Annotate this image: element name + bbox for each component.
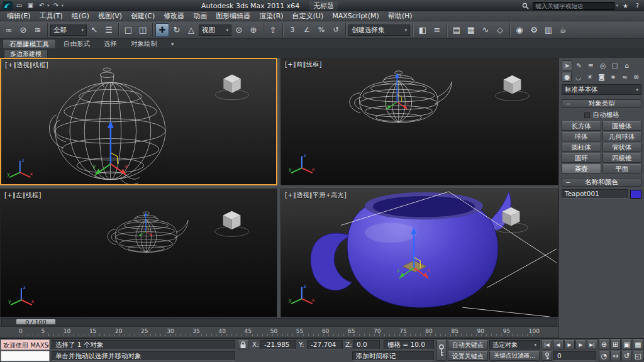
category-systems-icon[interactable]: ⊚ [631,72,641,82]
object-type-cylinder-button[interactable]: 圆柱体 [562,143,601,152]
ribbon-tab-freeform[interactable]: 自由形式 [57,39,96,48]
viewcube[interactable] [496,75,529,101]
object-type-teapot-button[interactable]: 茶壶 [562,164,601,173]
set-key-big-button[interactable] [436,340,447,361]
zoom-icon[interactable]: ⊕ [599,339,609,350]
viewport-bottom-right-perspective-shaded[interactable]: [+∥透视∥平滑+高光] [280,189,558,317]
menu-item[interactable]: 帮助(H) [384,11,417,21]
object-type-sphere-button[interactable]: 球体 [562,132,601,141]
rollout-object-type[interactable]: − 对象类型 [562,99,641,108]
teapot-shaded[interactable] [311,192,511,307]
key-selection-mode-dropdown[interactable]: 选定对象 ▾ [489,340,540,349]
menu-item[interactable]: 动画 [189,11,211,21]
object-color-swatch[interactable] [630,190,641,199]
graphite-ribbon-toggle-icon[interactable]: ▦ [464,23,478,37]
maxscript-mini-listener-pink[interactable]: 欢迎使用 MAXSc [1,339,50,350]
layer-manager-icon[interactable]: ▤ [450,23,464,37]
viewport-bottom-left-left[interactable]: [+∥左∥线框] [0,189,277,317]
ribbon-minimize-icon[interactable]: ▾ [171,39,174,48]
viewport-top-left-perspective[interactable]: [+∥透视∥线框] [0,58,277,185]
viewport-label[interactable]: [+∥透视∥线框] [5,61,48,70]
previous-frame-button[interactable]: ◀ [553,340,564,349]
maxscript-mini-listener-white[interactable] [1,351,50,361]
selection-lock-icon[interactable] [238,340,248,349]
category-helpers-icon[interactable]: ∗ [608,72,618,82]
menu-item[interactable]: 组(G) [67,11,94,21]
open-file-icon[interactable]: ▭ [14,1,24,10]
orbit-icon[interactable]: ↺ [621,351,632,361]
object-type-plane-button[interactable]: 平面 [602,164,642,173]
menu-item[interactable]: 渲染(R) [255,11,287,21]
track-bar[interactable]: 0510152025303540455055606570758085909510… [0,327,558,338]
tab-modify-icon[interactable]: ✎ [574,60,584,70]
set-key-button[interactable]: 设置关键点 [448,351,488,361]
menu-item[interactable]: 图形编辑器 [211,11,255,21]
object-name-field[interactable]: Teapot001 [562,189,628,199]
y-coord-field[interactable]: -27.704 [307,340,343,349]
material-editor-icon[interactable]: ◉ [513,23,526,37]
schematic-view-icon[interactable]: ◇ [493,23,507,37]
mirror-icon[interactable]: ◧ [416,23,430,37]
time-slider-handle[interactable]: 0 / 100 [16,319,56,325]
menu-item[interactable]: 视图(V) [94,11,126,21]
tab-utilities-icon[interactable]: ⌂ [621,60,632,70]
tab-create-icon[interactable]: ➤ [562,60,572,70]
undo-icon[interactable]: ↶ [37,1,47,10]
redo-caret-icon[interactable]: ▾ [62,3,64,8]
select-and-rotate-icon[interactable]: ↻ [170,23,184,37]
select-and-move-icon[interactable]: ✚ [155,23,169,37]
viewport-label[interactable]: [+∥前∥线框] [285,60,322,69]
infocenter-search-input[interactable] [533,2,614,10]
named-selection-set-dropdown[interactable]: 创建选择集 ▾ [348,25,410,36]
geometry-category-dropdown[interactable]: 标准基本体 ▾ [562,84,641,95]
ribbon-panel-polygon-modeling[interactable]: 多边形建模 [4,49,48,58]
menu-item[interactable]: MAXScript(M) [328,11,384,21]
bind-to-space-warp-icon[interactable]: ≋ [31,23,45,37]
viewport-label[interactable]: [+∥左∥线框] [4,191,42,200]
pan-view-icon[interactable]: ↔ [610,351,621,361]
autogrid-checkbox[interactable] [584,112,590,118]
z-coord-field[interactable]: 0.0 [353,340,380,349]
undo-caret-icon[interactable]: ▾ [47,3,50,8]
align-icon[interactable]: ≡ [430,23,444,37]
add-time-tag[interactable]: 添加时间标记 [352,351,434,361]
tab-display-icon[interactable]: □ [609,60,620,70]
tab-hierarchy-icon[interactable]: ≡ [586,60,596,70]
window-crossing-icon[interactable]: ◫ [136,23,150,37]
curve-editor-icon[interactable]: ∿ [479,23,492,37]
maximize-viewport-toggle-icon[interactable]: ◱ [633,351,643,361]
viewcube[interactable] [215,211,248,237]
percent-snap-icon[interactable]: % [314,23,328,37]
category-geometry-icon[interactable]: ● [562,72,572,82]
viewport-top-right-front[interactable]: [+∥前∥线框] [280,58,558,185]
go-to-end-button[interactable]: ▶| [587,340,597,349]
ribbon-tab-object-paint[interactable]: 对象绘制 [125,39,164,48]
search-options-caret-icon[interactable]: ▾ [616,3,618,8]
category-lights-icon[interactable]: ☀ [585,72,595,82]
help-icon[interactable]: ? [633,1,642,10]
unlink-selection-icon[interactable]: ⊘ [16,23,30,37]
menu-item[interactable]: 自定义(U) [288,11,328,21]
select-and-scale-icon[interactable]: △ [184,23,198,37]
select-and-manipulate-icon[interactable]: ⊕ [247,23,260,37]
time-slider[interactable]: 0 / 100 [0,317,558,327]
category-space-warps-icon[interactable]: ≈ [619,72,630,82]
select-object-icon[interactable]: ↖ [87,23,101,37]
menu-item[interactable]: 创建(C) [126,11,159,21]
teapot-wireframe[interactable] [350,71,452,123]
zoom-extents-all-icon[interactable]: ▦ [633,339,643,350]
object-type-pyramid-button[interactable]: 四棱锥 [602,153,642,163]
tab-motion-icon[interactable]: ◎ [597,60,608,70]
rendered-frame-window-icon[interactable]: ▥ [541,23,555,37]
time-slider-track[interactable]: 0 / 100 [1,318,557,326]
angle-snap-icon[interactable]: ∠ [300,23,314,37]
render-production-icon[interactable]: ☕ [556,23,570,37]
menu-item[interactable]: 工具(T) [35,11,67,21]
ribbon-tab-selection[interactable]: 选择 [97,39,123,48]
category-shapes-icon[interactable]: ◡ [573,72,583,82]
object-type-cone-button[interactable]: 圆锥体 [602,121,642,131]
go-to-start-button[interactable]: |◀ [541,340,552,349]
auto-key-button[interactable]: 自动关键点 [448,340,488,349]
selection-filter-dropdown[interactable]: 全部 ▾ [50,25,87,36]
next-frame-button[interactable]: ▶ [575,340,586,349]
